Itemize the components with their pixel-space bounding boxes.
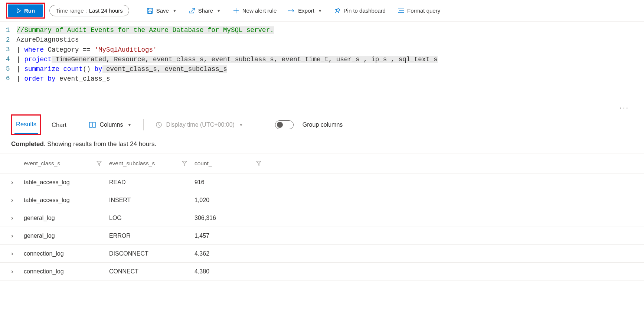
line-number: 1 <box>6 25 10 35</box>
svg-rect-1 <box>148 8 151 10</box>
table-row[interactable]: › connection_log CONNECT 4,380 <box>0 263 644 280</box>
cell-count: 4,362 <box>194 250 269 257</box>
cell-event-subclass: CONNECT <box>109 268 194 275</box>
clock-icon <box>156 121 162 128</box>
line-number: 3 <box>6 45 10 54</box>
format-label: Format query <box>407 7 440 14</box>
status-line: Completed. Showing results from the last… <box>0 135 644 153</box>
group-columns-label: Group columns <box>303 121 343 128</box>
export-button[interactable]: Export ▼ <box>285 5 326 16</box>
chevron-down-icon: ▼ <box>239 123 243 127</box>
cell-count: 1,020 <box>194 197 269 204</box>
cell-event-class: general_log <box>24 233 109 239</box>
code-area[interactable]: //Summary of Audit Events for the Azure … <box>17 25 638 94</box>
line-number: 6 <box>6 74 10 83</box>
svg-rect-4 <box>89 122 92 127</box>
new-alert-button[interactable]: New alert rule <box>229 5 281 16</box>
col-header-3[interactable]: count_ <box>194 160 212 167</box>
cell-event-subclass: INSERT <box>109 197 194 204</box>
chevron-down-icon: ▼ <box>217 9 221 13</box>
plus-icon <box>233 7 239 14</box>
filter-icon[interactable] <box>182 161 187 166</box>
save-label: Save <box>156 7 169 14</box>
cell-event-class: connection_log <box>24 250 109 257</box>
svg-rect-5 <box>93 122 95 127</box>
col-header-2[interactable]: event_subclass_s <box>109 160 155 167</box>
query-toolbar: Run Time range : Last 24 hours Save ▼ Sh… <box>0 0 644 22</box>
table-row[interactable]: › general_log ERROR 1,457 <box>0 227 644 245</box>
svg-rect-2 <box>148 11 151 13</box>
export-icon <box>288 7 295 14</box>
expand-icon[interactable]: › <box>11 197 24 204</box>
save-icon <box>147 7 153 14</box>
display-time-button[interactable]: Display time (UTC+00:00) ▼ <box>153 119 246 130</box>
table-row[interactable]: › connection_log DISCONNECT 4,362 <box>0 245 644 263</box>
pin-label: Pin to dashboard <box>344 7 386 14</box>
columns-button[interactable]: Columns ▼ <box>86 119 134 130</box>
pin-icon <box>334 7 341 14</box>
share-button[interactable]: Share ▼ <box>185 5 225 16</box>
cell-event-class: table_access_log <box>24 179 109 186</box>
svg-point-3 <box>288 10 290 11</box>
expand-icon[interactable]: › <box>11 215 24 221</box>
filter-icon[interactable] <box>97 161 102 166</box>
save-button[interactable]: Save ▼ <box>143 5 180 16</box>
group-columns-toggle[interactable] <box>275 120 294 129</box>
run-button-label: Run <box>24 7 35 14</box>
chevron-down-icon: ▼ <box>173 9 177 13</box>
toggle-knob <box>277 122 283 128</box>
run-button-highlight: Run <box>6 3 45 19</box>
code-line[interactable]: //Summary of Audit Events for the Azure … <box>17 25 274 35</box>
more-menu[interactable]: ··· <box>0 103 644 114</box>
expand-icon[interactable]: › <box>11 233 24 239</box>
cell-event-class: table_access_log <box>24 197 109 204</box>
cell-count: 916 <box>194 179 269 186</box>
expand-icon[interactable]: › <box>11 179 24 186</box>
share-label: Share <box>198 7 213 14</box>
tab-chart[interactable]: Chart <box>50 116 68 134</box>
code-line[interactable]: | summarize count() by event_class_s, ev… <box>17 64 227 74</box>
share-icon <box>189 7 195 14</box>
cell-event-class: general_log <box>24 215 109 221</box>
results-table: event_class_s event_subclass_s count_ › … <box>0 153 644 280</box>
query-editor[interactable]: 123456 //Summary of Audit Events for the… <box>0 22 644 103</box>
time-range-value: Last 24 hours <box>89 7 123 14</box>
code-line[interactable]: | where Category == 'MySqlAuditLogs' <box>17 45 157 55</box>
line-number: 4 <box>6 54 10 64</box>
status-suffix: . Showing results from the last 24 hours… <box>44 140 156 147</box>
separator <box>143 119 144 130</box>
code-line[interactable]: | project TimeGenerated, Resource, event… <box>17 55 438 64</box>
new-alert-label: New alert rule <box>242 7 277 14</box>
line-number: 2 <box>6 35 10 45</box>
format-query-button[interactable]: Format query <box>394 5 444 16</box>
col-header-1[interactable]: event_class_s <box>24 160 60 167</box>
line-number: 5 <box>6 64 10 74</box>
cell-event-subclass: LOG <box>109 215 194 221</box>
status-completed: Completed <box>11 140 44 147</box>
code-line[interactable]: AzureDiagnostics <box>17 35 79 45</box>
run-button[interactable]: Run <box>8 4 43 17</box>
cell-event-subclass: READ <box>109 179 194 186</box>
cell-event-subclass: DISCONNECT <box>109 250 194 257</box>
expand-icon[interactable]: › <box>11 268 24 275</box>
format-icon <box>398 7 404 14</box>
table-row[interactable]: › table_access_log READ 916 <box>0 173 644 191</box>
filter-icon[interactable] <box>256 161 261 166</box>
separator <box>136 6 136 16</box>
table-row[interactable]: › table_access_log INSERT 1,020 <box>0 191 644 209</box>
time-range-picker[interactable]: Time range : Last 24 hours <box>49 5 129 16</box>
chevron-down-icon: ▼ <box>128 123 132 127</box>
export-label: Export <box>298 7 314 14</box>
expand-icon[interactable]: › <box>11 250 24 257</box>
cell-count: 4,380 <box>194 268 269 275</box>
pin-button[interactable]: Pin to dashboard <box>330 5 389 16</box>
separator <box>77 119 77 130</box>
table-header: event_class_s event_subclass_s count_ <box>0 153 644 173</box>
results-tab-highlight: Results <box>11 114 41 135</box>
columns-label: Columns <box>99 121 123 128</box>
tab-results[interactable]: Results <box>14 116 38 134</box>
table-row[interactable]: › general_log LOG 306,316 <box>0 209 644 227</box>
cell-count: 1,457 <box>194 233 269 239</box>
columns-icon <box>89 122 96 128</box>
code-line[interactable]: | order by event_class_s <box>17 74 110 84</box>
